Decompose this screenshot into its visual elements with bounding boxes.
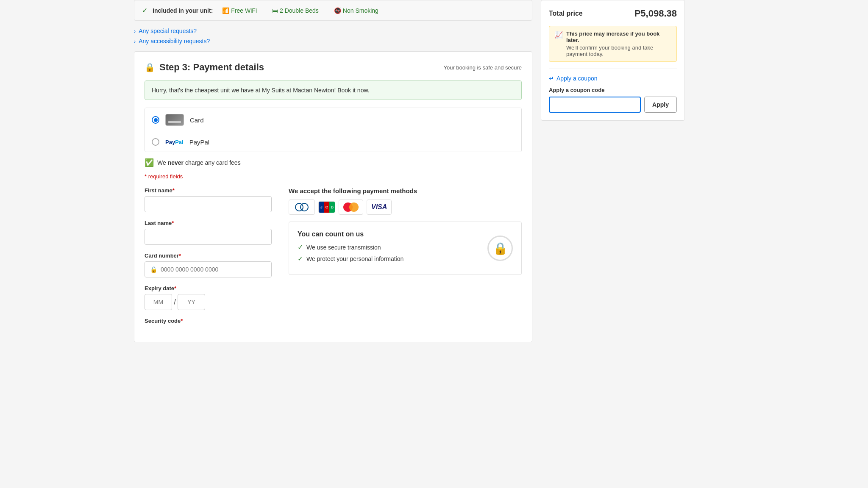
coupon-code-input[interactable] (549, 97, 641, 113)
never-text: never (168, 159, 184, 166)
check-circle-icon: ✅ (145, 158, 154, 167)
secure-text: Your booking is safe and secure (443, 64, 522, 71)
chevron-right-icon: › (134, 39, 136, 44)
card-payment-option[interactable]: Card (145, 108, 521, 132)
cards-row: J C B VISA (289, 200, 522, 215)
paypal-label: PayPal (189, 139, 210, 146)
diners-club-badge (289, 200, 315, 215)
security-code-label: Security code* (145, 318, 272, 324)
card-number-group: Card number* 🔒 (145, 252, 272, 277)
total-row: Total price P5,098.38 (549, 8, 677, 19)
form-left: First name* Last name* Card (145, 187, 272, 332)
payment-section: 🔒 Step 3: Payment details Your booking i… (134, 51, 532, 342)
form-right: We accept the following payment methods (289, 187, 522, 275)
mastercard-badge (339, 200, 363, 215)
first-name-group: First name* (145, 187, 272, 212)
total-price-label: Total price (549, 10, 583, 17)
first-name-label: First name* (145, 187, 272, 194)
lock-icon: 🔒 (145, 62, 155, 72)
trust-lock-watermark: 🔒 (487, 236, 513, 261)
card-logo-icon (165, 114, 184, 126)
security-code-group: Security code* (145, 318, 272, 324)
card-radio[interactable] (152, 116, 159, 124)
apply-coupon-link[interactable]: ↵ Apply a coupon (549, 75, 677, 82)
trust-item-privacy: ✓ We protect your personal information (298, 255, 513, 263)
card-number-wrapper: 🔒 (145, 261, 272, 277)
last-name-label: Last name* (145, 220, 272, 226)
expiry-yy-input[interactable] (178, 294, 205, 310)
hurry-banner: Hurry, that's the cheapest unit we have … (145, 80, 522, 100)
last-name-group: Last name* (145, 220, 272, 245)
form-grid: First name* Last name* Card (145, 187, 522, 332)
smoking-amenity: 🚭 Non Smoking (334, 7, 378, 14)
step-header: 🔒 Step 3: Payment details Your booking i… (145, 62, 522, 73)
visa-badge: VISA (367, 200, 392, 215)
expiry-row: / (145, 294, 272, 310)
expiry-separator: / (174, 298, 176, 307)
mc-orange-circle (349, 202, 359, 212)
beds-amenity: 🛏 2 Double Beds (272, 7, 319, 14)
special-requests-link[interactable]: › Any special requests? (134, 28, 532, 34)
visa-text: VISA (371, 203, 387, 211)
required-note: * required fields (145, 173, 522, 180)
coupon-code-label: Apply a coupon code (549, 87, 677, 93)
first-name-input[interactable] (145, 196, 272, 212)
accessibility-requests-link[interactable]: › Any accessibility requests? (134, 38, 532, 44)
card-number-label: Card number* (145, 252, 272, 259)
sidebar: Total price P5,098.38 📈 This price may i… (541, 0, 685, 342)
accepted-methods: We accept the following payment methods (289, 187, 522, 215)
requests-section: › Any special requests? › Any accessibil… (134, 28, 532, 44)
trust-box: You can count on us ✓ We use secure tran… (289, 222, 522, 275)
card-label: Card (190, 116, 204, 124)
price-increase-banner: 📈 This price may increase if you book la… (549, 26, 677, 62)
expiry-date-label: Expiry date* (145, 285, 272, 291)
paypal-payment-option[interactable]: PayPal PayPal (145, 132, 521, 152)
trust-check-icon: ✓ (298, 255, 303, 263)
diners-club-icon (293, 202, 310, 213)
bed-icon: 🛏 (272, 7, 278, 14)
expiry-mm-input[interactable] (145, 294, 172, 310)
coupon-input-row: Apply (549, 97, 677, 113)
coupon-section: ↵ Apply a coupon Apply a coupon code App… (549, 69, 677, 113)
included-label: Included in your unit: (153, 7, 213, 14)
step-title: 🔒 Step 3: Payment details (145, 62, 264, 73)
chevron-right-icon: › (134, 28, 136, 34)
check-icon: ✓ (142, 6, 147, 14)
expiry-date-group: Expiry date* / (145, 285, 272, 310)
last-name-input[interactable] (145, 229, 272, 245)
wifi-icon: 📶 (222, 7, 229, 14)
no-fees-notice: ✅ We never charge any card fees (145, 158, 522, 167)
paypal-radio[interactable] (152, 138, 159, 146)
total-price-value: P5,098.38 (634, 8, 677, 19)
accepted-title: We accept the following payment methods (289, 187, 522, 194)
price-increase-text: This price may increase if you book late… (566, 30, 671, 57)
card-number-input[interactable] (161, 262, 266, 277)
trust-item-transmission: ✓ We use secure transmission (298, 243, 513, 251)
wifi-amenity: 📶 Free WiFi (222, 7, 257, 14)
no-smoking-icon: 🚭 (334, 7, 341, 14)
card-lock-icon: 🔒 (150, 266, 157, 273)
trust-check-icon: ✓ (298, 243, 303, 251)
payment-methods-group: Card PayPal PayPal (145, 108, 522, 152)
jcb-badge: J C B (318, 201, 335, 213)
svg-point-1 (300, 203, 308, 211)
price-increase-icon: 📈 (554, 31, 563, 39)
trust-title: You can count on us (298, 230, 513, 238)
paypal-logo-icon: PayPal (165, 139, 184, 145)
coupon-arrow-icon: ↵ (549, 75, 554, 82)
pricing-card: Total price P5,098.38 📈 This price may i… (541, 0, 685, 121)
included-bar: ✓ Included in your unit: 📶 Free WiFi 🛏 2… (134, 0, 532, 21)
apply-coupon-button[interactable]: Apply (644, 97, 677, 113)
